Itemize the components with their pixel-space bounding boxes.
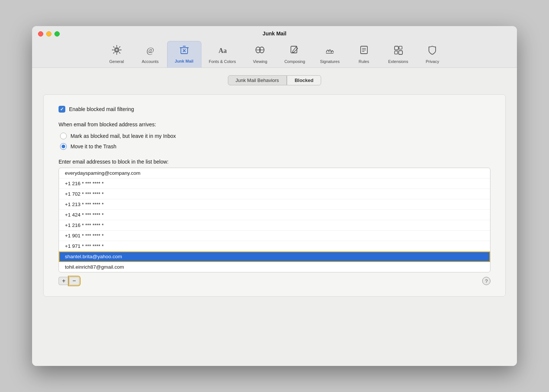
accounts-label: Accounts [142,59,159,64]
toolbar-item-viewing[interactable]: Viewing [243,42,277,67]
junkmail-label: Junk Mail [175,59,194,63]
toolbar-item-composing[interactable]: Composing [277,42,313,67]
list-label: Enter email addresses to block in the li… [59,159,490,165]
svg-rect-17 [399,51,402,54]
svg-text:@: @ [146,45,154,55]
rules-label: Rules [359,59,369,64]
radio-row-1: Mark as blocked mail, but leave it in my… [60,133,490,139]
tab-junk-behaviors[interactable]: Junk Mail Behaviors [228,75,287,85]
tab-blocked[interactable]: Blocked [287,75,321,85]
toolbar-item-fontscolors[interactable]: Aa Fonts & Colors [201,42,244,67]
list-item[interactable]: +1 216 * *** **** * [59,178,490,189]
list-item[interactable]: tohil.einrich87@gmail.com [59,262,490,272]
minimize-button[interactable] [46,31,51,37]
traffic-lights [38,31,60,37]
help-button[interactable]: ? [482,277,490,285]
titlebar: Junk Mail General @ [32,26,517,68]
toolbar-item-rules[interactable]: Rules [347,42,381,67]
extensions-label: Extensions [388,59,408,64]
svg-rect-16 [395,51,398,54]
toolbar-item-general[interactable]: General [100,42,134,67]
junkmail-icon [179,44,189,57]
fontscolors-label: Fonts & Colors [209,59,236,64]
svg-rect-14 [395,46,398,50]
extensions-icon [393,45,404,58]
enable-filtering-checkbox[interactable] [59,106,65,113]
list-item[interactable]: +1 213 * *** **** * [59,199,490,210]
toolbar-item-signatures[interactable]: Signatures [313,42,347,67]
add-address-button[interactable]: + [59,277,69,285]
rules-icon [359,45,369,58]
remove-address-button[interactable]: − [69,277,79,285]
radio-group: Mark as blocked mail, but leave it in my… [59,133,490,150]
toolbar: General @ Accounts [100,41,449,67]
privacy-icon [427,45,437,58]
main-window: Junk Mail General @ [32,26,517,366]
composing-label: Composing [284,59,305,64]
radio-option1[interactable] [60,133,67,139]
viewing-icon [255,45,265,58]
list-actions: + − [59,277,79,285]
radio-label-2: Move it to the Trash [70,143,116,149]
general-label: General [109,59,124,64]
list-item[interactable]: +1 901 * *** **** * [59,231,490,241]
radio-option2[interactable] [60,143,67,150]
bottom-actions-row: + − ? [59,277,490,285]
window-title: Junk Mail [263,31,286,37]
general-icon [112,45,122,58]
composing-icon [289,45,300,58]
toolbar-item-accounts[interactable]: @ Accounts [134,42,167,67]
blocked-address-list: everydayspaming@company.com +1 216 * ***… [59,168,490,272]
fontscolors-icon: Aa [217,45,228,58]
svg-rect-15 [399,46,402,49]
radio-label-1: Mark as blocked mail, but leave it in my… [70,133,176,139]
toolbar-item-extensions[interactable]: Extensions [381,42,416,67]
signatures-label: Signatures [320,59,340,64]
list-item[interactable]: everydayspaming@company.com [59,168,490,178]
toolbar-item-junkmail[interactable]: Junk Mail [167,41,201,67]
list-item[interactable]: +1 971 * *** **** * [59,241,490,252]
zoom-button[interactable] [54,31,60,37]
list-item[interactable]: +1 424 * *** **** * [59,210,490,220]
signatures-icon [324,45,335,58]
content-area: Junk Mail Behaviors Blocked Enable block… [32,68,517,366]
list-item[interactable]: +1 702 * *** **** * [59,189,490,199]
svg-text:Aa: Aa [219,47,227,54]
accounts-icon: @ [145,45,156,58]
segmented-control: Junk Mail Behaviors Blocked [43,75,506,85]
enable-filtering-label: Enable blocked mail filtering [69,106,134,112]
svg-point-0 [115,49,118,51]
when-email-section-label: When email from blocked address arrives: [59,121,490,127]
enable-filtering-row: Enable blocked mail filtering [59,106,490,113]
viewing-label: Viewing [253,59,267,64]
settings-panel: Enable blocked mail filtering When email… [43,94,506,297]
list-item-selected[interactable]: shantel.brita@yahoo.com [59,252,490,262]
radio-row-2: Move it to the Trash [60,143,490,150]
privacy-label: Privacy [426,59,439,64]
list-item[interactable]: +1 216 * *** **** * [59,220,490,231]
toolbar-item-privacy[interactable]: Privacy [415,42,449,67]
close-button[interactable] [38,31,43,37]
